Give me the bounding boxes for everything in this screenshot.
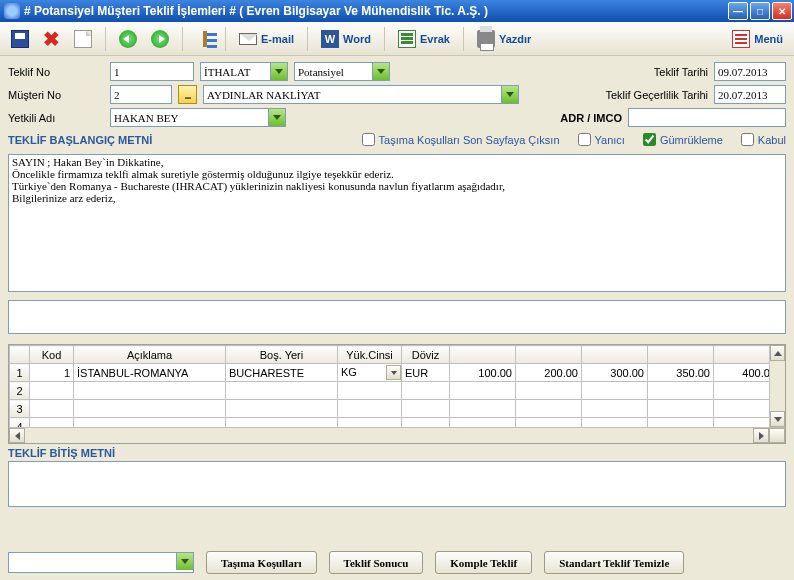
scroll-down-button[interactable] [770, 411, 785, 427]
chevron-down-icon[interactable] [270, 63, 287, 80]
prev-button[interactable] [114, 26, 142, 52]
cell-aciklama[interactable]: İSTANBUL-ROMANYA [74, 364, 226, 382]
chevron-down-icon[interactable] [176, 553, 193, 570]
delete-button[interactable]: ✖ [38, 26, 65, 52]
cell-doviz[interactable] [402, 418, 450, 428]
cell-dropdown-icon[interactable] [386, 365, 401, 380]
tree-button[interactable] [191, 26, 217, 52]
cell-c3[interactable] [582, 400, 648, 418]
col-7[interactable] [516, 346, 582, 364]
table-row[interactable]: 3 [10, 400, 770, 418]
scroll-left-button[interactable] [9, 428, 25, 443]
cell-yuk-cinsi[interactable] [338, 418, 402, 428]
cell-kod[interactable] [30, 400, 74, 418]
komple-teklif-button[interactable]: Komple Teklif [435, 551, 532, 574]
cell-yuk-cinsi[interactable] [338, 400, 402, 418]
cell-c5[interactable] [714, 382, 770, 400]
next-button[interactable] [146, 26, 174, 52]
teklif-tarihi-input[interactable] [714, 62, 786, 81]
cell-bos-yeri[interactable]: BUCHARESTE [226, 364, 338, 382]
col-bos-yeri[interactable]: Boş. Yeri [226, 346, 338, 364]
scroll-right-button[interactable] [753, 428, 769, 443]
cell-aciklama[interactable] [74, 382, 226, 400]
bitis-metni-textarea[interactable] [8, 461, 786, 507]
col-yuk-cinsi[interactable]: Yük.Cinsi [338, 346, 402, 364]
data-grid[interactable]: Kod Açıklama Boş. Yeri Yük.Cinsi Döviz 1… [9, 345, 769, 427]
col-8[interactable] [582, 346, 648, 364]
minimize-button[interactable]: — [728, 2, 748, 20]
cell-bos-yeri[interactable] [226, 418, 338, 428]
col-doviz[interactable]: Döviz [402, 346, 450, 364]
cell-c2[interactable]: 200.00 [516, 364, 582, 382]
maximize-button[interactable]: □ [750, 2, 770, 20]
cell-c4[interactable] [648, 382, 714, 400]
musteri-no-input[interactable] [110, 85, 172, 104]
ara-metin-textarea[interactable] [8, 300, 786, 334]
cell-doviz[interactable]: EUR [402, 364, 450, 382]
cell-bos-yeri[interactable] [226, 400, 338, 418]
cell-doviz[interactable] [402, 382, 450, 400]
cell-c1[interactable] [450, 418, 516, 428]
cell-c2[interactable] [516, 418, 582, 428]
yanici-check[interactable]: Yanıcı [578, 133, 625, 146]
chevron-down-icon[interactable] [501, 86, 518, 103]
standart-teklif-temizle-button[interactable]: Standart Teklif Temizle [544, 551, 684, 574]
close-button[interactable]: ✕ [772, 2, 792, 20]
tasima-kosullari-check[interactable]: Taşıma Koşulları Son Sayfaya Çıksın [362, 133, 560, 146]
cell-doviz[interactable] [402, 400, 450, 418]
gecerlilik-tarihi-input[interactable] [714, 85, 786, 104]
cell-kod[interactable]: 1 [30, 364, 74, 382]
cell-c3[interactable] [582, 418, 648, 428]
chevron-down-icon[interactable] [372, 63, 389, 80]
print-button[interactable]: Yazdır [472, 26, 536, 52]
cell-kod[interactable] [30, 382, 74, 400]
cell-c4[interactable]: 350.00 [648, 364, 714, 382]
gumrukleme-check[interactable]: Gümrükleme [643, 133, 723, 146]
musteri-adi-combo[interactable]: AYDINLAR NAKLİYAT [203, 85, 519, 104]
musteri-lookup-button[interactable]: ... [178, 85, 197, 104]
col-kod[interactable]: Kod [30, 346, 74, 364]
table-row[interactable]: 11İSTANBUL-ROMANYABUCHARESTEKGEUR100.002… [10, 364, 770, 382]
cell-c1[interactable]: 100.00 [450, 364, 516, 382]
chevron-down-icon[interactable] [268, 109, 285, 126]
col-6[interactable] [450, 346, 516, 364]
grid-hscroll[interactable] [9, 427, 785, 443]
tasima-kosullari-button[interactable]: Taşıma Koşulları [206, 551, 317, 574]
cell-aciklama[interactable] [74, 400, 226, 418]
baslangic-metni-textarea[interactable] [8, 154, 786, 292]
cell-yuk-cinsi[interactable] [338, 382, 402, 400]
col-10[interactable] [714, 346, 770, 364]
cell-c2[interactable] [516, 382, 582, 400]
cell-aciklama[interactable] [74, 418, 226, 428]
word-button[interactable]: WWord [316, 26, 376, 52]
cell-yuk-cinsi[interactable]: KG [338, 364, 402, 382]
scroll-up-button[interactable] [770, 345, 785, 361]
menu-button[interactable]: Menü [727, 26, 788, 52]
new-button[interactable] [69, 26, 97, 52]
cell-kod[interactable] [30, 418, 74, 428]
cell-c5[interactable] [714, 418, 770, 428]
kabul-check[interactable]: Kabul [741, 133, 786, 146]
cell-c1[interactable] [450, 382, 516, 400]
cell-c1[interactable] [450, 400, 516, 418]
email-button[interactable]: E-mail [234, 26, 299, 52]
cell-c4[interactable] [648, 400, 714, 418]
cell-c4[interactable] [648, 418, 714, 428]
table-row[interactable]: 2 [10, 382, 770, 400]
table-row[interactable]: 4 [10, 418, 770, 428]
cell-bos-yeri[interactable] [226, 382, 338, 400]
yetkili-adi-combo[interactable]: HAKAN BEY [110, 108, 286, 127]
ithalat-combo[interactable]: İTHALAT [200, 62, 288, 81]
cell-c3[interactable] [582, 382, 648, 400]
adr-imco-input[interactable] [628, 108, 786, 127]
save-button[interactable] [6, 26, 34, 52]
evrak-button[interactable]: Evrak [393, 26, 455, 52]
col-9[interactable] [648, 346, 714, 364]
potansiyel-combo[interactable]: Potansiyel [294, 62, 390, 81]
cell-c5[interactable] [714, 400, 770, 418]
grid-vscroll[interactable] [769, 345, 785, 427]
bottom-combo[interactable] [8, 552, 194, 573]
cell-c2[interactable] [516, 400, 582, 418]
cell-c5[interactable]: 400.00 [714, 364, 770, 382]
teklif-sonucu-button[interactable]: Teklif Sonucu [329, 551, 424, 574]
